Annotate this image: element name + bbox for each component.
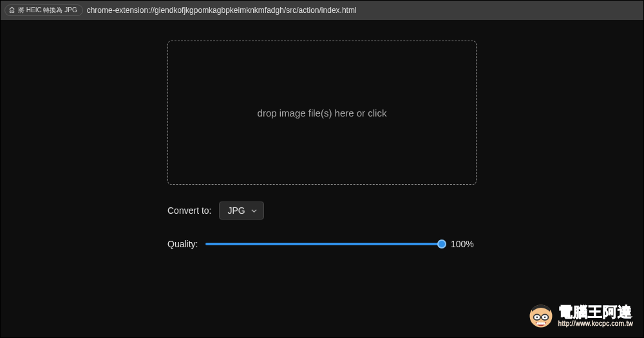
svg-point-4 [536,316,538,318]
format-select[interactable]: JPG [219,202,263,220]
chevron-down-icon [251,207,258,214]
slider-track [205,243,442,245]
quality-value: 100% [451,239,477,249]
address-bar: 將 HEIC 轉換為 JPG chrome-extension://giendk… [1,1,643,20]
url-text[interactable]: chrome-extension://giendkofjkgpomkagbpke… [87,6,357,15]
svg-point-5 [544,316,545,318]
extension-icon [8,6,15,15]
quality-slider-wrap: 100% [205,239,477,249]
drop-zone-prompt: drop image file(s) here or click [258,108,387,118]
quality-row: Quality: 100% [167,239,477,249]
watermark-url: http://www.kocpc.com.tw [558,321,633,327]
quality-slider[interactable] [205,239,442,249]
extension-badge[interactable]: 將 HEIC 轉換為 JPG [5,5,83,16]
watermark: 電腦王阿達 http://www.kocpc.com.tw [527,303,633,330]
convert-row: Convert to: JPG [167,202,477,220]
extension-badge-label: 將 HEIC 轉換為 JPG [18,6,77,15]
drop-zone[interactable]: drop image file(s) here or click [167,41,477,185]
quality-label: Quality: [167,239,198,249]
watermark-title: 電腦王阿達 [558,305,633,319]
format-selected-value: JPG [227,205,245,216]
convert-label: Convert to: [167,205,211,216]
watermark-face-icon [527,303,554,330]
app-body: drop image file(s) here or click Convert… [1,20,643,249]
slider-thumb[interactable] [437,239,446,249]
watermark-text: 電腦王阿達 http://www.kocpc.com.tw [558,305,633,327]
controls: Convert to: JPG Quality: 100% [167,202,477,249]
